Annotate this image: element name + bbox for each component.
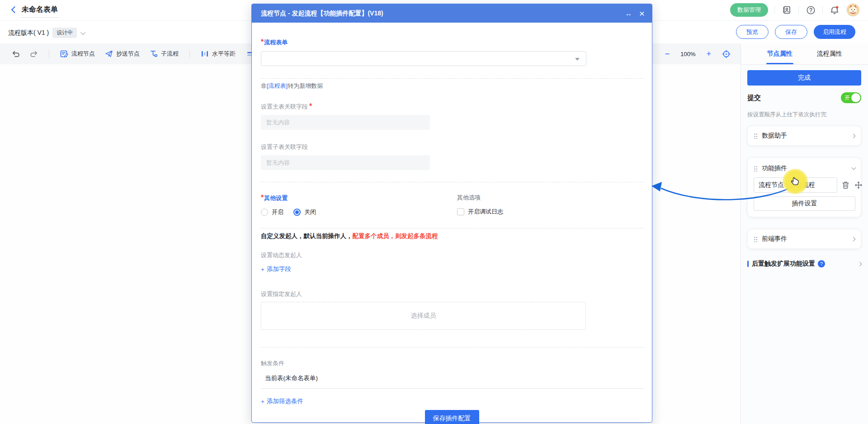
radio-close-label[interactable]: 关闭: [304, 208, 316, 216]
card-function-plugin: 功能插件 流程节点 - 发起流程 插件设置: [747, 157, 861, 217]
properties-panel: 节点属性 流程属性 完成 提交 开 按设置顺序从上往下依次执行完 数据助手: [741, 43, 868, 424]
done-button[interactable]: 完成: [747, 70, 861, 86]
zoom-level: 100%: [680, 51, 695, 57]
redo-icon: [30, 50, 38, 57]
main-relation-label: 设置主表关联字段: [261, 103, 308, 110]
toolbar-cc-node[interactable]: 抄送节点: [102, 48, 142, 60]
plus-icon: +: [261, 266, 264, 273]
flow-version-label: 流程版本( V1 ): [8, 29, 49, 37]
modal-title: 流程节点 - 发起流程【功能插件配置】(V18): [261, 10, 618, 18]
radio-close[interactable]: [293, 209, 301, 216]
enable-flow-button[interactable]: 启用流程: [814, 25, 855, 39]
other-options-label: 其他选项: [457, 194, 503, 202]
data-manage-button[interactable]: 数据管理: [730, 3, 768, 17]
plugin-item[interactable]: 流程节点 - 发起流程: [754, 177, 837, 193]
chevron-down-icon[interactable]: [80, 29, 85, 34]
submit-label: 提交: [747, 94, 761, 102]
back-button[interactable]: [10, 6, 18, 14]
divider: [189, 50, 190, 57]
required-asterisk: *: [261, 194, 264, 201]
convert-note: 非[流程表]转为新增数据: [261, 82, 644, 90]
page-title[interactable]: 未命名表单: [22, 5, 58, 18]
section-bar: [747, 261, 749, 267]
help-question-icon[interactable]: ?: [818, 260, 825, 267]
dashed-divider: [261, 182, 644, 182]
sub-relation-field[interactable]: 暂无内容: [261, 155, 430, 170]
add-field-link[interactable]: + 添加字段: [261, 265, 291, 273]
flow-table-link[interactable]: [流程表]: [267, 82, 288, 89]
card-frontend-events[interactable]: 前端事件: [747, 229, 861, 249]
contacts-icon[interactable]: [781, 5, 792, 15]
zoom-out-button[interactable]: −: [665, 50, 670, 58]
submit-toggle[interactable]: 开: [841, 92, 861, 103]
locate-target-icon[interactable]: [722, 50, 731, 58]
divider: [774, 6, 775, 14]
toggle-knob: [851, 93, 860, 102]
dropdown-caret-icon: [575, 58, 580, 61]
add-filter-link[interactable]: + 添加筛选条件: [261, 397, 303, 405]
debug-log-checkbox[interactable]: [457, 208, 464, 215]
trigger-condition-label: 触发条件: [261, 359, 644, 367]
plugin-card-header[interactable]: 功能插件: [754, 163, 855, 173]
undo-button[interactable]: [9, 48, 23, 59]
app-root: 未命名表单 数据管理 流程版本( V1 ) 设计中: [0, 0, 868, 424]
dynamic-initiator-label: 设置动态发起人: [261, 251, 644, 259]
undo-icon: [12, 50, 20, 57]
flow-node-icon: [60, 50, 68, 58]
dashed-divider: [261, 347, 644, 348]
divider: [822, 6, 823, 14]
plugin-settings-button[interactable]: 插件设置: [754, 196, 855, 211]
zoom-in-button[interactable]: +: [706, 50, 711, 58]
toolbar-subflow[interactable]: 子流程: [147, 48, 181, 60]
tab-node-properties[interactable]: 节点属性: [767, 43, 793, 64]
h-distribute-icon: [201, 50, 209, 58]
dashed-divider: [261, 78, 644, 79]
redo-button[interactable]: [27, 48, 41, 59]
save-plugin-config-button[interactable]: 保存插件配置: [425, 410, 479, 424]
plus-icon: +: [261, 398, 264, 405]
plugin-config-modal: 流程节点 - 发起流程【功能插件配置】(V18) ↔ × *流程表单 非[流程表…: [251, 4, 652, 423]
notification-bell-icon[interactable]: [829, 5, 840, 15]
tab-flow-properties[interactable]: 流程属性: [817, 43, 842, 64]
debug-log-label[interactable]: 开启调试日志: [468, 208, 503, 216]
trigger-table-value[interactable]: 当前表(未命名表单): [261, 372, 645, 389]
custom-initiator-note: 自定义发起人，默认当前操作人，配置多个成员，则发起多条流程: [261, 232, 644, 240]
flow-form-label: 流程表单: [264, 39, 288, 46]
expand-icon[interactable]: ↔: [625, 10, 632, 17]
radio-open[interactable]: [261, 209, 268, 216]
post-trigger-settings[interactable]: 后置触发扩展功能设置 ?: [747, 260, 861, 268]
chevron-right-icon: [858, 262, 862, 266]
chevron-right-icon: [851, 133, 856, 138]
toolbar-h-distribute[interactable]: 水平等距: [198, 48, 238, 60]
toolbar-flow-node[interactable]: 流程节点: [57, 48, 98, 60]
divider: [49, 50, 49, 57]
preview-button[interactable]: 预览: [736, 25, 769, 39]
drag-handle-icon[interactable]: [754, 236, 758, 242]
save-button[interactable]: 保存: [775, 25, 807, 39]
required-asterisk: *: [261, 38, 264, 46]
divider: [798, 6, 799, 14]
help-icon[interactable]: [805, 5, 816, 15]
flow-form-select[interactable]: [261, 51, 586, 66]
select-member-box[interactable]: 选择成员: [261, 302, 586, 330]
modal-body: *流程表单 非[流程表]转为新增数据 设置主表关联字段* 暂无内容 设置子表关联…: [252, 23, 652, 422]
main-relation-field[interactable]: 暂无内容: [261, 115, 430, 130]
assigned-initiator-label: 设置指定发起人: [261, 290, 644, 298]
close-icon[interactable]: ×: [639, 9, 645, 18]
drag-handle-icon[interactable]: [754, 166, 758, 172]
delete-trash-icon[interactable]: [842, 181, 850, 189]
other-settings-label: 其他设置: [264, 195, 288, 201]
chevron-right-icon: [851, 237, 856, 241]
cc-node-icon: [105, 50, 113, 58]
dashed-divider: [261, 228, 644, 229]
status-badge: 设计中: [52, 28, 77, 38]
move-handle-icon[interactable]: [854, 181, 863, 189]
chevron-down-icon: [852, 166, 856, 170]
toggle-on-label: 开: [844, 95, 850, 101]
radio-open-label[interactable]: 开启: [272, 208, 283, 216]
required-asterisk: *: [309, 102, 312, 110]
drag-handle-icon[interactable]: [754, 133, 758, 139]
card-data-helper[interactable]: 数据助手: [747, 126, 861, 146]
user-avatar[interactable]: [846, 3, 860, 17]
modal-header[interactable]: 流程节点 - 发起流程【功能插件配置】(V18) ↔ ×: [252, 4, 652, 23]
